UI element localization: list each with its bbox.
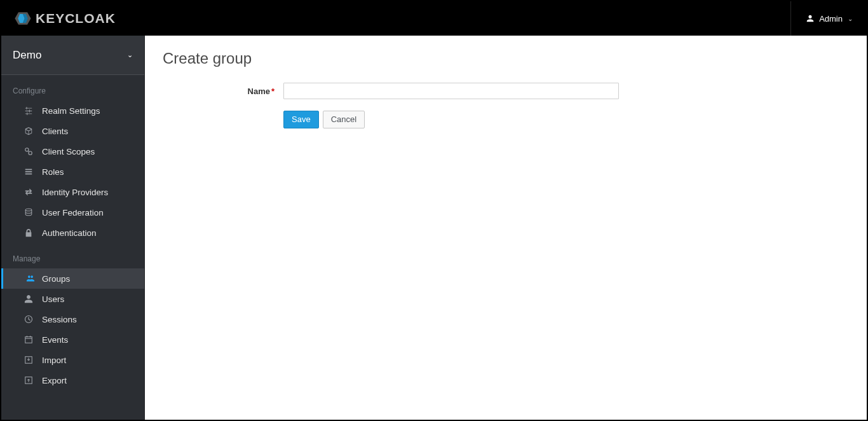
chevron-down-icon: ⌄ (127, 51, 133, 59)
sidebar-item-label: Client Scopes (24, 147, 95, 156)
brand-logo[interactable]: KEYCLOAK (14, 10, 116, 27)
user-icon (24, 294, 33, 303)
sidebar-item-user-federation[interactable]: User Federation (1, 202, 144, 223)
svg-rect-6 (25, 171, 32, 172)
exchange-icon (24, 188, 33, 197)
sidebar: Demo ⌄ Configure Realm Settings Clients … (1, 36, 145, 420)
sidebar-item-identity-providers[interactable]: Identity Providers (1, 182, 144, 202)
sidebar-item-label: Realm Settings (24, 106, 100, 116)
required-asterisk: * (271, 86, 275, 96)
name-input[interactable] (283, 83, 619, 99)
lock-icon (24, 228, 33, 237)
page-title: Create group (163, 50, 849, 67)
svg-point-8 (25, 209, 32, 211)
main-content: Create group Name* Save Cancel (145, 36, 867, 420)
chevron-down-icon: ⌄ (848, 15, 853, 22)
sidebar-item-roles[interactable]: Roles (1, 162, 144, 182)
sidebar-item-clients[interactable]: Clients (1, 121, 144, 141)
calendar-icon (24, 335, 33, 344)
save-button[interactable]: Save (283, 111, 319, 128)
section-label-configure: Configure (1, 75, 144, 100)
top-bar: KEYCLOAK Admin ⌄ (1, 1, 867, 36)
sidebar-item-export[interactable]: Export (1, 370, 144, 390)
realm-selector[interactable]: Demo ⌄ (1, 36, 144, 75)
sidebar-item-label: User Federation (24, 208, 104, 217)
name-label: Name (248, 86, 270, 96)
sidebar-item-sessions[interactable]: Sessions (1, 309, 144, 329)
form-label: Name* (163, 86, 283, 96)
sidebar-item-realm-settings[interactable]: Realm Settings (1, 100, 144, 121)
svg-rect-7 (25, 174, 32, 175)
user-menu[interactable]: Admin ⌄ (790, 1, 855, 36)
export-icon (24, 376, 33, 385)
list-icon (24, 167, 33, 176)
scopes-icon (24, 147, 33, 156)
clock-icon (24, 315, 33, 324)
form-row-name: Name* (163, 83, 849, 99)
button-row: Save Cancel (283, 111, 849, 128)
sidebar-item-client-scopes[interactable]: Client Scopes (1, 141, 144, 162)
keycloak-logo-icon (14, 10, 32, 27)
realm-name: Demo (13, 49, 41, 62)
import-icon (24, 355, 33, 364)
sidebar-item-groups[interactable]: Groups (1, 268, 144, 289)
sidebar-item-import[interactable]: Import (1, 350, 144, 370)
user-icon (806, 15, 814, 22)
database-icon (24, 208, 33, 217)
svg-rect-5 (25, 169, 32, 170)
cube-icon (24, 127, 33, 135)
sidebar-item-authentication[interactable]: Authentication (1, 223, 144, 243)
brand-text: KEYCLOAK (36, 11, 116, 26)
section-label-manage: Manage (1, 243, 144, 268)
group-icon (26, 274, 35, 283)
sliders-icon (24, 106, 33, 115)
sidebar-item-label: Authentication (24, 228, 97, 238)
sidebar-item-users[interactable]: Users (1, 289, 144, 309)
user-label: Admin (819, 14, 843, 24)
svg-rect-10 (25, 337, 32, 343)
sidebar-item-events[interactable]: Events (1, 329, 144, 350)
sidebar-item-label: Identity Providers (24, 188, 108, 197)
cancel-button[interactable]: Cancel (323, 111, 365, 128)
